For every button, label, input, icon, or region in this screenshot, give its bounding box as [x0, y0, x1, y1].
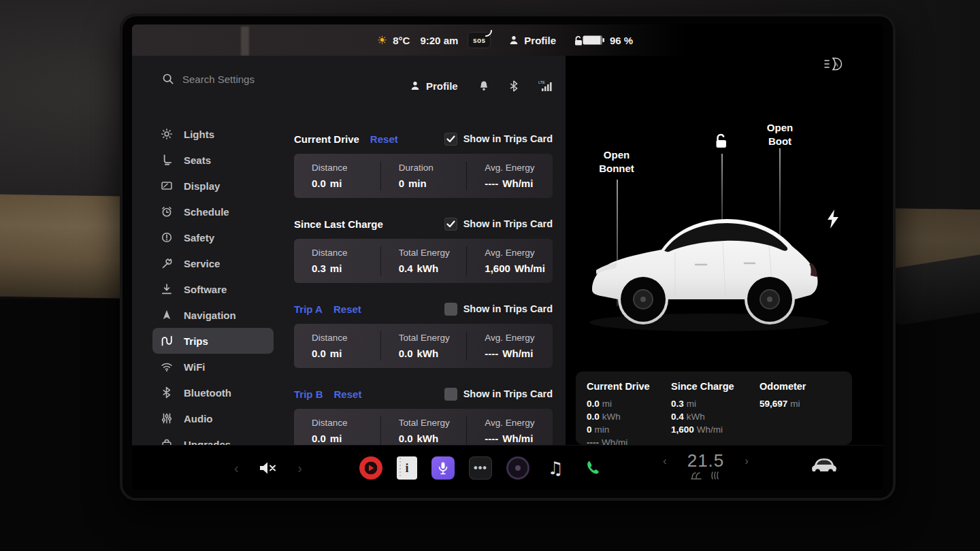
reset-button[interactable]: Reset: [333, 303, 361, 315]
sidebar-item-label: Service: [184, 258, 220, 269]
stat-unit: kWh: [417, 263, 439, 274]
open-bonnet-button[interactable]: Open Bonnet: [589, 148, 644, 176]
vehicle-illustration: [573, 182, 845, 339]
media-app-icon[interactable]: [359, 456, 382, 480]
stat-value: 0.0: [312, 178, 326, 189]
sidebar-item-lights[interactable]: Lights: [152, 121, 274, 147]
cabin-temperature[interactable]: 21.5: [687, 450, 725, 471]
search-input[interactable]: [182, 73, 318, 85]
trips-card-title: Since Charge: [671, 381, 760, 392]
stat-label: Distance: [312, 333, 376, 343]
software-icon: [161, 283, 173, 295]
more-apps-glyph: •••: [474, 462, 487, 474]
profile-icon: [508, 35, 519, 46]
charge-port-bolt-icon[interactable]: [826, 210, 840, 229]
show-in-trips-toggle[interactable]: Show in Trips Card: [444, 218, 553, 231]
reset-button[interactable]: Reset: [334, 388, 362, 400]
sos-indicator: sos: [468, 32, 491, 48]
checkbox-unchecked-icon[interactable]: [444, 388, 457, 401]
bottom-dock: ‹ › i: [132, 445, 883, 490]
safety-icon: [161, 231, 173, 244]
stat-unit: kWh: [417, 348, 439, 359]
show-in-trips-toggle[interactable]: Show in Trips Card: [444, 303, 553, 316]
trips-card-odometer: Odometer 59,697mi: [760, 381, 852, 449]
stat-value: 0.0: [312, 433, 326, 444]
volume-down-chevron[interactable]: ‹: [234, 461, 239, 475]
stat-unit: mi: [330, 433, 342, 444]
stat-value: ----: [485, 348, 498, 359]
muted-speaker-icon[interactable]: [259, 461, 277, 475]
temp-down-chevron[interactable]: ‹: [663, 454, 667, 468]
sidebar-item-label: Trips: [184, 335, 208, 347]
checkbox-checked-icon[interactable]: [444, 133, 457, 146]
sidebar-item-display[interactable]: Display: [152, 173, 274, 199]
sidebar-item-trips[interactable]: Trips: [152, 328, 274, 354]
trips-card: Current Drive 0.0mi 0.0kWh 0min ----Wh/m…: [576, 371, 852, 445]
vehicle-unlock-button[interactable]: [712, 132, 730, 150]
volume-up-chevron[interactable]: ›: [297, 461, 302, 475]
section-trip-b: Trip B Reset Show in Trips Card Distance…: [294, 387, 553, 453]
defrost-icon[interactable]: [710, 471, 721, 480]
settings-profile-button[interactable]: Profile: [410, 80, 458, 92]
show-in-trips-toggle[interactable]: Show in Trips Card: [444, 388, 553, 401]
service-icon: [161, 257, 173, 269]
open-boot-button[interactable]: Open Boot: [753, 121, 807, 149]
sidebar-item-service[interactable]: Service: [152, 250, 274, 276]
stat-value: 0.3: [671, 399, 684, 409]
stat-label: Avg. Energy: [485, 418, 549, 428]
stat-label: Total Energy: [399, 248, 463, 258]
wifi-icon: [161, 361, 173, 373]
stat-value: 1,600: [485, 263, 510, 274]
settings-panel: Profile LTE: [132, 56, 566, 445]
seat-heater-icon[interactable]: [691, 471, 702, 480]
more-apps-icon[interactable]: •••: [469, 456, 492, 480]
bell-icon[interactable]: [478, 80, 489, 92]
bluetooth-icon[interactable]: [510, 80, 518, 92]
trip-stats-table: Distance 0.3mi Total Energy 0.4kWh Avg. …: [294, 239, 553, 283]
stat-unit: mi: [330, 348, 342, 359]
karaoke-app-icon[interactable]: [431, 456, 455, 480]
sidebar-item-safety[interactable]: Safety: [152, 224, 274, 250]
stat-label: Total Energy: [399, 418, 463, 428]
sidebar-item-software[interactable]: Software: [152, 276, 274, 302]
stat-unit: Wh/mi: [502, 178, 533, 189]
stat-value: 0.0: [587, 412, 600, 422]
music-app-icon[interactable]: ♫: [544, 456, 567, 480]
dashboard-scene: ☀ 8°C 9:20 am sos Profile: [0, 0, 980, 551]
phone-app-icon[interactable]: [581, 456, 604, 480]
stat-value: 0.4: [399, 263, 413, 274]
outside-temperature[interactable]: 8°C: [393, 35, 410, 46]
stat-unit: mi: [602, 399, 612, 409]
sidebar-item-schedule[interactable]: Schedule: [152, 199, 274, 224]
sidebar-item-audio[interactable]: Audio: [152, 405, 274, 431]
sidebar-item-label: Lights: [184, 129, 214, 140]
settings-profile-label: Profile: [426, 80, 458, 92]
camera-app-icon[interactable]: [506, 456, 529, 480]
sidebar-item-wifi[interactable]: WiFi: [152, 354, 274, 380]
checkbox-checked-icon[interactable]: [444, 218, 457, 231]
open-boot-line2: Boot: [768, 135, 791, 147]
sidebar-item-seats[interactable]: Seats: [152, 147, 274, 173]
reset-button[interactable]: Reset: [370, 133, 398, 145]
volume-control[interactable]: ‹ ›: [234, 446, 302, 490]
stat-value: ----: [485, 178, 498, 189]
show-in-trips-toggle[interactable]: Show in Trips Card: [444, 133, 553, 146]
stat-value: 59,697: [760, 399, 787, 409]
stat-value: 0.4: [671, 412, 684, 422]
sidebar-item-bluetooth[interactable]: Bluetooth: [152, 380, 274, 405]
notes-app-icon[interactable]: i: [397, 456, 417, 480]
touchscreen-display: ☀ 8°C 9:20 am sos Profile: [132, 24, 883, 490]
stat-label: Distance: [312, 248, 376, 258]
battery-icon: [583, 35, 604, 46]
sidebar-item-label: Software: [184, 284, 227, 295]
sidebar-item-navigation[interactable]: Navigation: [152, 302, 274, 328]
stat-unit: Wh/mi: [514, 263, 545, 274]
driver-profile-button[interactable]: Profile: [508, 35, 556, 46]
battery-status[interactable]: 96 %: [583, 24, 633, 56]
temp-up-chevron[interactable]: ›: [745, 454, 749, 468]
climate-control[interactable]: ‹ 21.5 ›: [663, 446, 749, 490]
trips-content: Current Drive Reset Show in Trips Card D…: [294, 132, 553, 485]
section-title: Current Drive: [294, 133, 359, 145]
climate-car-icon[interactable]: [811, 454, 838, 475]
checkbox-unchecked-icon[interactable]: [444, 303, 457, 316]
